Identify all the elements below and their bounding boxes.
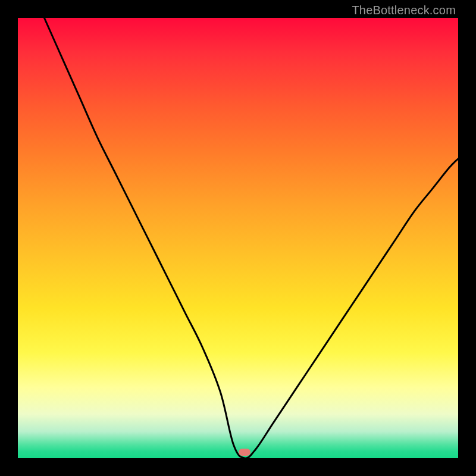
minimum-marker [239,449,250,456]
watermark-text: TheBottleneck.com [352,4,456,17]
bottleneck-curve [44,18,458,458]
plot-area [18,18,458,458]
curve-svg [18,18,458,458]
chart-frame: TheBottleneck.com [0,0,476,476]
